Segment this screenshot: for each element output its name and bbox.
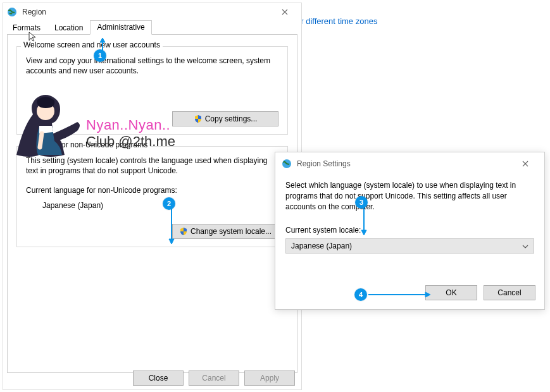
chevron-down-icon	[522, 242, 528, 250]
apply-button-label: Apply	[260, 374, 279, 383]
uac-shield-icon	[179, 227, 188, 236]
group-welcome-legend: Welcome screen and new user accounts	[21, 40, 163, 49]
ok-button-label: OK	[446, 288, 456, 297]
step-arrow-2	[168, 209, 175, 244]
settings-buttons: OK Cancel	[425, 285, 535, 300]
copy-settings-label: Copy settings...	[205, 114, 258, 123]
system-locale-combobox[interactable]: Japanese (Japan)	[285, 238, 534, 254]
settings-body-text: Select which language (system locale) to…	[285, 180, 534, 212]
group-welcome-text: View and copy your international setting…	[26, 56, 278, 76]
region-apply-button: Apply	[244, 371, 295, 386]
current-locale-label: Current language for non-Unicode program…	[26, 186, 177, 195]
tab-administrative[interactable]: Administrative	[90, 20, 151, 35]
region-cancel-button: Cancel	[189, 371, 239, 386]
current-locale-value: Japanese (Japan)	[42, 201, 103, 210]
region-tabstrip: Formats Location Administrative	[3, 21, 301, 35]
svg-marker-8	[361, 230, 366, 235]
administrative-tab-page: Welcome screen and new user accounts Vie…	[7, 34, 297, 373]
tab-formats[interactable]: Formats	[6, 21, 47, 35]
step-badge-2: 2	[163, 197, 175, 210]
region-titlebar: Region	[3, 3, 301, 21]
close-icon	[522, 161, 528, 167]
uac-shield-icon	[194, 114, 203, 123]
settings-cancel-button[interactable]: Cancel	[484, 285, 535, 300]
step-badge-3: 3	[355, 196, 368, 209]
change-system-locale-button[interactable]: Change system locale...	[172, 224, 278, 239]
region-bottom-buttons: Close Cancel Apply	[133, 371, 295, 386]
tab-location[interactable]: Location	[47, 21, 90, 35]
group-welcome-screen: Welcome screen and new user accounts Vie…	[16, 46, 288, 135]
region-globe-icon	[7, 7, 17, 17]
close-icon	[282, 9, 288, 15]
group-non-unicode-legend: Language for non-Unicode programs	[21, 140, 150, 149]
step-arrow-3	[361, 207, 367, 235]
cancel-button-label: Cancel	[497, 288, 521, 297]
copy-settings-button[interactable]: Copy settings...	[172, 111, 278, 126]
background-link-fragment: or different time zones	[296, 16, 377, 26]
step-arrow-4	[368, 291, 430, 298]
svg-marker-10	[425, 292, 430, 297]
settings-titlebar: Region Settings	[275, 152, 544, 175]
svg-marker-4	[100, 38, 105, 42]
settings-locale-label: Current system locale:	[285, 226, 361, 235]
cursor-icon	[28, 31, 39, 42]
group-non-unicode-text: This setting (system locale) controls th…	[26, 156, 278, 176]
region-close-bottom-button[interactable]: Close	[133, 371, 184, 386]
cancel-button-label: Cancel	[202, 374, 225, 383]
step-badge-4: 4	[354, 288, 367, 301]
settings-close-button[interactable]	[513, 155, 538, 173]
svg-marker-6	[169, 239, 174, 244]
change-system-locale-label: Change system locale...	[191, 227, 272, 236]
settings-ok-button[interactable]: OK	[425, 285, 477, 300]
region-title: Region	[22, 8, 46, 16]
group-non-unicode: Language for non-Unicode programs This s…	[16, 146, 288, 247]
region-dialog: Region Formats Location Administrative W…	[3, 3, 302, 390]
region-close-button[interactable]	[272, 3, 297, 21]
step-badge-1: 1	[94, 49, 106, 62]
settings-globe-icon	[282, 159, 292, 169]
region-settings-dialog: Region Settings Select which language (s…	[275, 152, 545, 310]
system-locale-value: Japanese (Japan)	[291, 242, 352, 250]
settings-title: Region Settings	[297, 159, 351, 168]
close-button-label: Close	[149, 374, 168, 383]
